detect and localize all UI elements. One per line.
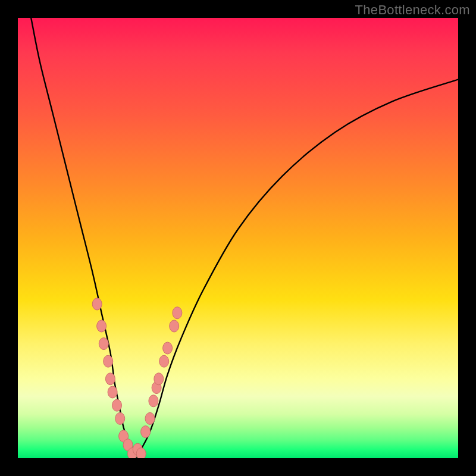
marker-dot: [136, 448, 146, 458]
marker-dot: [141, 426, 151, 438]
watermark-text: TheBottleneck.com: [355, 2, 470, 18]
marker-dot: [170, 320, 179, 332]
marker-dot: [112, 399, 122, 411]
marker-dot: [149, 395, 158, 407]
curve-svg: [18, 18, 458, 458]
chart-frame: TheBottleneck.com: [0, 0, 476, 476]
marker-dot: [105, 373, 115, 385]
curve-path: [31, 18, 458, 458]
plot-area: [18, 18, 458, 458]
marker-dot: [159, 355, 169, 367]
marker-dot: [173, 307, 182, 319]
bottleneck-curve: [31, 18, 458, 458]
marker-dot: [108, 386, 117, 398]
marker-dot: [104, 355, 113, 367]
marker-group: [92, 298, 182, 458]
marker-dot: [92, 298, 102, 310]
marker-dot: [115, 412, 125, 424]
marker-dot: [97, 320, 107, 332]
marker-dot: [145, 412, 155, 424]
marker-dot: [99, 338, 108, 350]
marker-dot: [154, 373, 164, 385]
marker-dot: [163, 342, 173, 354]
